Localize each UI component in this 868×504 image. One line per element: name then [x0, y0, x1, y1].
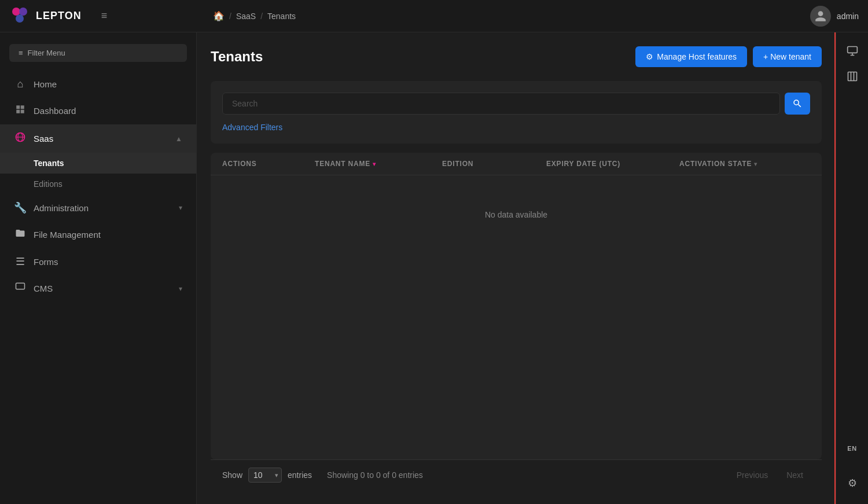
page-header: Tenants ⚙ Manage Host features + New ten… [211, 46, 822, 67]
th-tenant-name-label: TENANT NAME [315, 160, 370, 168]
table-footer: Show 10 25 50 100 entries Showing 0 to 0… [211, 459, 822, 490]
top-bar: LEPTON ≡ 🏠 / SaaS / Tenants admin [0, 0, 868, 32]
sidebar: ≡ Filter Menu ⌂ Home Dashboard [0, 32, 197, 504]
sidebar-saas-label: Saas [34, 134, 53, 144]
svg-rect-7 [847, 47, 857, 53]
cms-icon [14, 282, 27, 295]
sidebar-sub-tenants[interactable]: Tenants [0, 153, 196, 174]
advanced-filters-link[interactable]: Advanced Filters [222, 123, 282, 132]
sidebar-home-label: Home [34, 79, 57, 89]
manage-host-label: Manage Host features [657, 52, 737, 61]
svg-point-2 [16, 14, 24, 23]
saas-globe-icon [14, 131, 27, 146]
forms-icon: ☰ [14, 255, 27, 268]
right-panel: EN ⚙ [836, 32, 868, 504]
page-title: Tenants [211, 49, 635, 65]
sidebar-administration-label: Administration [34, 203, 89, 213]
previous-button[interactable]: Previous [730, 467, 775, 483]
administration-icon: 🔧 [14, 201, 27, 214]
breadcrumb: 🏠 / SaaS / Tenants [206, 10, 810, 21]
th-expiry-date-label: EXPIRY DATE (UTC) [546, 160, 620, 168]
monitor-icon [847, 45, 858, 57]
columns-button[interactable] [841, 65, 864, 88]
hamburger-icon[interactable]: ≡ [101, 10, 108, 22]
sidebar-file-management-label: File Management [34, 230, 101, 240]
svg-point-0 [12, 8, 20, 16]
columns-icon [847, 71, 858, 82]
th-actions: ACTIONS [222, 160, 315, 168]
entries-select[interactable]: 10 25 50 100 [248, 468, 282, 483]
svg-rect-6 [16, 283, 25, 289]
search-icon [792, 98, 803, 109]
filter-icon: ≡ [19, 49, 23, 57]
search-row [222, 93, 810, 115]
user-name: admin [837, 12, 859, 21]
sidebar-cms-label: CMS [34, 284, 53, 293]
no-data-message: No data available [211, 175, 822, 254]
saas-chevron-icon: ▲ [175, 135, 182, 143]
settings-button[interactable]: ⚙ [841, 472, 864, 495]
sidebar-item-administration[interactable]: 🔧 Administration ▾ [0, 194, 196, 221]
language-button[interactable]: EN [841, 437, 864, 460]
user-area: admin [810, 6, 859, 27]
svg-rect-8 [848, 72, 856, 81]
breadcrumb-saas[interactable]: SaaS [236, 12, 256, 21]
sidebar-item-forms[interactable]: ☰ Forms [0, 248, 196, 275]
tenant-name-sort-icon: ▾ [373, 161, 376, 167]
sidebar-forms-label: Forms [34, 257, 58, 267]
th-activation-state-label: ACTIVATION STATE [679, 160, 752, 168]
search-button[interactable] [785, 93, 810, 115]
sidebar-dashboard-label: Dashboard [34, 106, 76, 116]
language-label: EN [847, 445, 856, 452]
logo-area: LEPTON ≡ [9, 6, 206, 27]
user-avatar[interactable] [810, 6, 831, 27]
entries-label: entries [288, 470, 312, 480]
app-name: LEPTON [36, 10, 82, 22]
next-button[interactable]: Next [779, 467, 810, 483]
administration-chevron-icon: ▾ [179, 204, 182, 212]
th-edition: EDITION [442, 160, 546, 168]
showing-info: Showing 0 to 0 of 0 entries [327, 470, 423, 480]
gear-icon: ⚙ [646, 52, 653, 61]
settings-icon: ⚙ [848, 477, 857, 490]
manage-host-features-button[interactable]: ⚙ Manage Host features [635, 46, 747, 67]
sidebar-editions-label: Editions [34, 179, 62, 189]
breadcrumb-sep-1: / [229, 12, 231, 21]
th-actions-label: ACTIONS [222, 160, 257, 168]
breadcrumb-sep-2: / [260, 12, 263, 21]
dashboard-icon [14, 104, 27, 117]
entries-select-wrapper[interactable]: 10 25 50 100 [248, 468, 282, 483]
content-area: Tenants ⚙ Manage Host features + New ten… [197, 32, 836, 504]
new-tenant-button[interactable]: + New tenant [753, 46, 822, 67]
filter-menu-label: Filter Menu [28, 49, 65, 57]
th-expiry-date: EXPIRY DATE (UTC) [546, 160, 679, 168]
th-activation-state[interactable]: ACTIVATION STATE ▾ [679, 160, 810, 168]
monitor-button[interactable] [841, 39, 864, 62]
sidebar-item-saas[interactable]: Saas ▲ [0, 124, 196, 153]
sidebar-sub-editions[interactable]: Editions [0, 174, 196, 194]
table-panel: ACTIONS TENANT NAME ▾ EDITION EXPIRY DAT… [211, 153, 822, 459]
table-header-row: ACTIONS TENANT NAME ▾ EDITION EXPIRY DAT… [211, 153, 822, 175]
main-layout: ≡ Filter Menu ⌂ Home Dashboard [0, 32, 868, 504]
show-label: Show [222, 470, 242, 480]
activation-state-sort-icon: ▾ [754, 161, 757, 167]
home-icon: ⌂ [14, 78, 27, 90]
sidebar-item-file-management[interactable]: File Management [0, 221, 196, 248]
sidebar-item-cms[interactable]: CMS ▾ [0, 275, 196, 302]
th-tenant-name[interactable]: TENANT NAME ▾ [315, 160, 442, 168]
filter-menu-button[interactable]: ≡ Filter Menu [9, 44, 187, 62]
search-panel: Advanced Filters [211, 81, 822, 144]
search-input[interactable] [222, 93, 780, 115]
th-edition-label: EDITION [442, 160, 473, 168]
file-management-icon [14, 228, 27, 241]
sidebar-tenants-label: Tenants [34, 159, 64, 168]
breadcrumb-tenants[interactable]: Tenants [267, 12, 296, 21]
new-tenant-label: + New tenant [763, 52, 811, 61]
sidebar-item-home[interactable]: ⌂ Home [0, 71, 196, 97]
svg-point-1 [19, 8, 27, 16]
sidebar-item-dashboard[interactable]: Dashboard [0, 97, 196, 124]
cms-chevron-icon: ▾ [179, 285, 182, 293]
logo-icon [9, 6, 30, 27]
pagination-buttons: Previous Next [730, 467, 810, 483]
home-breadcrumb-icon[interactable]: 🏠 [213, 10, 225, 21]
